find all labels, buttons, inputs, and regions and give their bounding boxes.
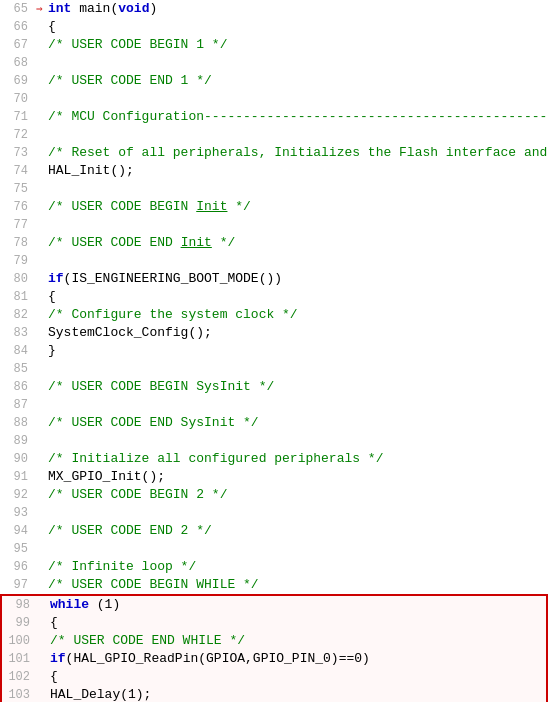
line-content: /* USER CODE END 2 */ [48,522,548,540]
line-content: { [50,668,546,686]
table-row: 97 /* USER CODE BEGIN WHILE */ [0,576,548,594]
line-number: 87 [0,396,36,414]
line-number: 95 [0,540,36,558]
line-content: /* Configure the system clock */ [48,306,548,324]
line-number: 73 [0,144,36,162]
line-content: SystemClock_Config(); [48,324,548,342]
line-number: 99 [2,614,38,632]
table-row: 101 if(HAL_GPIO_ReadPin(GPIOA,GPIO_PIN_0… [2,650,546,668]
line-number: 77 [0,216,36,234]
line-content: int main(void) [48,0,548,18]
table-row: 65⇒int main(void) [0,0,548,18]
line-number: 89 [0,432,36,450]
line-content: if(HAL_GPIO_ReadPin(GPIOA,GPIO_PIN_0)==0… [50,650,546,668]
line-content [48,504,548,522]
code-lines-normal: 65⇒int main(void)66{67 /* USER CODE BEGI… [0,0,548,594]
code-editor: 65⇒int main(void)66{67 /* USER CODE BEGI… [0,0,548,702]
table-row: 95 [0,540,548,558]
line-content: /* USER CODE BEGIN Init */ [48,198,548,216]
line-number: 80 [0,270,36,288]
line-number: 72 [0,126,36,144]
table-row: 96 /* Infinite loop */ [0,558,548,576]
line-content [48,252,548,270]
line-number: 88 [0,414,36,432]
table-row: 69 /* USER CODE END 1 */ [0,72,548,90]
table-row: 77 [0,216,548,234]
table-row: 86 /* USER CODE BEGIN SysInit */ [0,378,548,396]
line-content: if(IS_ENGINEERING_BOOT_MODE()) [48,270,548,288]
table-row: 92 /* USER CODE BEGIN 2 */ [0,486,548,504]
line-content: HAL_Init(); [48,162,548,180]
line-number: 102 [2,668,38,686]
line-content [48,396,548,414]
line-content: /* USER CODE BEGIN 1 */ [48,36,548,54]
line-content: MX_GPIO_Init(); [48,468,548,486]
line-number: 66 [0,18,36,36]
line-content: /* USER CODE END 1 */ [48,72,548,90]
table-row: 93 [0,504,548,522]
table-row: 103 HAL_Delay(1); [2,686,546,702]
table-row: 83 SystemClock_Config(); [0,324,548,342]
table-row: 87 [0,396,548,414]
table-row: 94 /* USER CODE END 2 */ [0,522,548,540]
line-number: 98 [2,596,38,614]
line-content [48,90,548,108]
line-number: 71 [0,108,36,126]
line-number: 103 [2,686,38,702]
line-content: /* USER CODE END SysInit */ [48,414,548,432]
line-number: 96 [0,558,36,576]
line-number: 92 [0,486,36,504]
line-number: 75 [0,180,36,198]
table-row: 66{ [0,18,548,36]
table-row: 98 while (1) [2,596,546,614]
line-content: } [48,342,548,360]
line-content [48,432,548,450]
table-row: 85 [0,360,548,378]
line-content [48,54,548,72]
line-content: /* Reset of all peripherals, Initializes… [48,144,548,162]
line-content [48,126,548,144]
line-content [48,360,548,378]
table-row: 100 /* USER CODE END WHILE */ [2,632,546,650]
line-content: { [48,18,548,36]
line-content: /* Infinite loop */ [48,558,548,576]
line-number: 67 [0,36,36,54]
line-number: 94 [0,522,36,540]
line-number: 84 [0,342,36,360]
line-content: { [48,288,548,306]
highlighted-code-block: 98 while (1)99 {100 /* USER CODE END WHI… [0,594,548,702]
line-content: /* USER CODE BEGIN 2 */ [48,486,548,504]
line-content: /* MCU Configuration--------------------… [48,108,548,126]
line-arrow-indicator: ⇒ [36,0,48,18]
line-number: 93 [0,504,36,522]
table-row: 80 if(IS_ENGINEERING_BOOT_MODE()) [0,270,548,288]
table-row: 88 /* USER CODE END SysInit */ [0,414,548,432]
table-row: 76 /* USER CODE BEGIN Init */ [0,198,548,216]
table-row: 79 [0,252,548,270]
line-number: 85 [0,360,36,378]
table-row: 81 { [0,288,548,306]
table-row: 91 MX_GPIO_Init(); [0,468,548,486]
line-number: 65 [0,0,36,18]
line-number: 97 [0,576,36,594]
line-content: /* USER CODE END Init */ [48,234,548,252]
line-number: 100 [2,632,38,650]
table-row: 72 [0,126,548,144]
table-row: 73 /* Reset of all peripherals, Initiali… [0,144,548,162]
line-number: 69 [0,72,36,90]
line-number: 82 [0,306,36,324]
table-row: 78 /* USER CODE END Init */ [0,234,548,252]
table-row: 71 /* MCU Configuration-----------------… [0,108,548,126]
line-content: /* USER CODE BEGIN SysInit */ [48,378,548,396]
line-number: 81 [0,288,36,306]
table-row: 89 [0,432,548,450]
line-number: 68 [0,54,36,72]
line-number: 76 [0,198,36,216]
line-number: 78 [0,234,36,252]
line-number: 91 [0,468,36,486]
line-content [48,540,548,558]
line-number: 70 [0,90,36,108]
table-row: 82 /* Configure the system clock */ [0,306,548,324]
line-number: 101 [2,650,38,668]
table-row: 102 { [2,668,546,686]
